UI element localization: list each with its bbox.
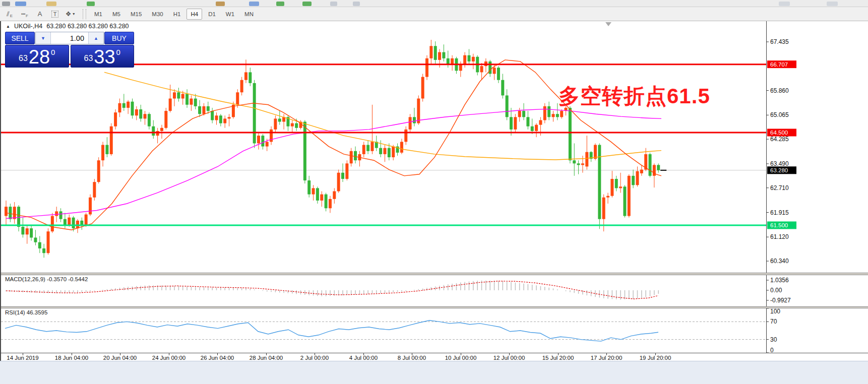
one-click-trading-panel: SELL ▼ 1.00 ▲ BUY 63 28 0 63 33 0 xyxy=(5,32,134,68)
timeframe-m30-button[interactable]: M30 xyxy=(148,9,167,20)
rsi-pane[interactable]: 10070300 xyxy=(1,308,868,353)
toolbar-fragment-icon[interactable] xyxy=(276,2,284,6)
arrows-tool-button[interactable]: ❖▾ xyxy=(64,9,77,20)
rsi-scale-label: 30 xyxy=(770,336,777,343)
time-axis-label: 17 Jul 20:00 xyxy=(591,355,623,361)
timeframe-m5-button[interactable]: M5 xyxy=(108,9,125,20)
buy-price-whole: 63 xyxy=(84,54,93,63)
toolbar-fragment-icon[interactable] xyxy=(2,2,10,6)
time-axis-label: 8 Jul 00:00 xyxy=(398,355,426,361)
timeframe-buttons-group: M1M5M15M30H1H4D1W1MN xyxy=(89,9,259,20)
price-axis-label: 65.860 xyxy=(770,87,789,94)
buy-price-display[interactable]: 63 33 0 xyxy=(71,45,135,68)
rsi-scale-label: 0 xyxy=(770,347,774,353)
price-axis-label: 64.285 xyxy=(770,136,789,143)
rsi-line xyxy=(5,321,658,341)
price-axis-label: 62.710 xyxy=(770,184,789,191)
fibonacci-tool-button[interactable]: ┅F xyxy=(18,9,31,20)
price-axis-label: 63.490 xyxy=(770,160,789,167)
time-axis-label: 4 Jul 00:00 xyxy=(349,355,378,361)
time-axis-label: 18 Jun 04:00 xyxy=(55,355,89,361)
time-axis-label: 2 Jul 00:00 xyxy=(300,355,329,361)
ma-medium-magenta xyxy=(6,109,661,218)
sell-price-display[interactable]: 63 28 0 xyxy=(5,45,69,68)
timeframe-m15-button[interactable]: M15 xyxy=(127,9,146,20)
toolbar-fragment-icon[interactable] xyxy=(46,2,56,6)
time-axis-label: 10 Jul 00:00 xyxy=(445,355,477,361)
buy-price-pips: 33 xyxy=(94,48,115,66)
volume-spinner: ▼ 1.00 ▲ xyxy=(35,32,104,44)
toolbar-fragment-icon[interactable] xyxy=(15,2,26,6)
timeframe-w1-button[interactable]: W1 xyxy=(222,9,238,20)
rsi-scale-label: 70 xyxy=(770,318,777,325)
timeframe-h1-button[interactable]: H1 xyxy=(169,9,185,20)
time-axis-label: 12 Jul 00:00 xyxy=(493,355,525,361)
price-axis-label: 67.435 xyxy=(770,38,789,45)
macd-scale-label: 0.00 xyxy=(770,287,782,294)
rsi-title: RSI(14) 46.3595 xyxy=(5,309,47,315)
drawing-tools-group: ⫽E┅FAT❖▾ xyxy=(2,9,78,20)
toolbar-fragment-icon[interactable] xyxy=(353,2,360,6)
buy-price-pipette: 0 xyxy=(116,48,120,56)
time-axis-label: 19 Jul 20:00 xyxy=(640,355,671,361)
price-tag-label: 61.500 xyxy=(770,222,788,228)
chart-window: ▲ UKOil-,H4 63.280 63.280 63.280 63.280 … xyxy=(0,21,868,361)
time-axis-label: 24 Jun 00:00 xyxy=(152,355,186,361)
timeframe-mn-button[interactable]: MN xyxy=(240,9,258,20)
time-axis-label: 20 Jun 04:00 xyxy=(103,355,137,361)
toolbar-fragment-icon[interactable] xyxy=(216,2,225,6)
sell-price-pipette: 0 xyxy=(51,48,55,56)
rsi-scale-label: 100 xyxy=(770,308,780,315)
price-tag-label: 66.707 xyxy=(770,61,788,68)
price-axis-label: 61.120 xyxy=(770,233,789,240)
macd-title: MACD(12,26,9) -0.3570 -0.5442 xyxy=(5,276,88,282)
price-tag-label: 64.500 xyxy=(770,130,788,136)
text-tool-button[interactable]: A xyxy=(33,9,46,20)
toolbar-fragment-icon[interactable] xyxy=(779,2,790,6)
text-label-tool-button[interactable]: T xyxy=(48,9,61,20)
sell-button[interactable]: SELL xyxy=(5,32,35,44)
time-axis-label: 28 Jun 04:00 xyxy=(250,355,283,361)
sell-price-whole: 63 xyxy=(19,54,28,63)
sell-price-pips: 28 xyxy=(29,48,50,66)
buy-button[interactable]: BUY xyxy=(104,32,134,44)
timeframe-h4-button[interactable]: H4 xyxy=(187,9,202,20)
toolbar-grip[interactable] xyxy=(83,9,86,19)
volume-increase-button[interactable]: ▲ xyxy=(88,32,103,44)
volume-decrease-button[interactable]: ▼ xyxy=(36,32,51,44)
macd-histogram xyxy=(6,281,658,300)
macd-signal-line xyxy=(6,281,658,299)
price-axis-label: 65.065 xyxy=(770,111,789,118)
timeframe-d1-button[interactable]: D1 xyxy=(204,9,220,20)
toolbar-fragment-icon[interactable] xyxy=(249,2,259,6)
time-axis-label: 26 Jun 04:00 xyxy=(201,355,234,361)
price-axis-label: 61.915 xyxy=(770,209,789,216)
toolbar-fragment-icon[interactable] xyxy=(87,2,95,6)
current-price-label: 63.280 xyxy=(770,167,788,173)
volume-input[interactable]: 1.00 xyxy=(51,32,88,44)
equidistant-channel-tool-button[interactable]: ⫽E xyxy=(3,9,16,20)
chart-annotation-text[interactable]: 多空转折点61.5 xyxy=(559,82,710,110)
toolbar-top-row-clipped xyxy=(0,0,868,7)
mt4-terminal: ⫽E┅FAT❖▾ M1M5M15M30H1H4D1W1MN ▲ UKOil-,H… xyxy=(0,0,868,384)
macd-scale-label: -0.9927 xyxy=(770,297,791,304)
toolbar-timeframes-row: ⫽E┅FAT❖▾ M1M5M15M30H1H4D1W1MN xyxy=(0,7,868,21)
toolbar-fragment-icon[interactable] xyxy=(827,2,838,6)
time-axis-label: 14 Jun 2019 xyxy=(7,355,38,361)
macd-scale-label: 1.0356 xyxy=(770,277,789,284)
toolbar-fragment-icon[interactable] xyxy=(302,2,312,6)
chart-shift-marker-icon[interactable] xyxy=(605,22,611,26)
macd-pane[interactable]: 1.03560.00-0.9927 xyxy=(1,275,868,306)
toolbar-fragment-icon[interactable] xyxy=(330,2,337,6)
time-axis-label: 15 Jul 20:00 xyxy=(542,355,574,361)
price-axis-label: 60.340 xyxy=(770,258,789,265)
bottom-status-strip xyxy=(0,361,868,384)
timeframe-m1-button[interactable]: M1 xyxy=(90,9,106,20)
